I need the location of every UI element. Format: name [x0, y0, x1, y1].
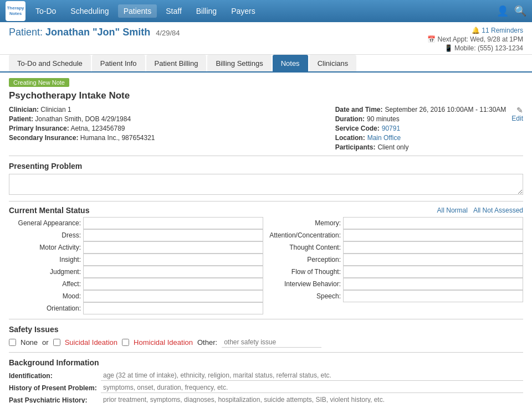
participants-row: Participants: Client only [335, 143, 507, 151]
patient-full-name[interactable]: Jonathan "Jon" Smith [45, 27, 150, 38]
edit-area: ✎ Edit [511, 106, 523, 151]
presenting-problem-input[interactable] [9, 174, 523, 195]
thought-content-input[interactable] [343, 241, 523, 254]
dress-input[interactable] [83, 229, 263, 241]
calendar-icon: 📅 [427, 35, 436, 43]
suicidal-label: Suicidal Ideation [65, 338, 117, 347]
motor-label: Motor Activity: [9, 244, 81, 251]
history-input[interactable] [101, 383, 523, 393]
none-checkbox[interactable] [9, 339, 16, 346]
tab-todo-schedule[interactable]: To-Do and Schedule [9, 55, 91, 71]
orientation-input[interactable] [83, 302, 263, 314]
tab-patient-info[interactable]: Patient Info [92, 55, 145, 71]
tab-billing-settings[interactable]: Billing Settings [207, 55, 271, 71]
attention-input[interactable] [343, 229, 523, 241]
homicidal-checkbox[interactable] [122, 339, 129, 346]
patient-row: Patient: Jonathan Smith, DOB 4/29/1984 [9, 115, 155, 123]
mental-row-motor: Motor Activity: [9, 241, 263, 254]
logo[interactable]: TherapyNotes [6, 1, 25, 21]
top-nav: TherapyNotes To-Do Scheduling Patients S… [0, 0, 532, 22]
appearance-label: General Appearance: [9, 219, 81, 227]
reminders-link[interactable]: 🔔 11 Reminders [472, 27, 523, 34]
mental-right-col: Memory: Attention/Concentration: Thought… [269, 217, 523, 314]
note-meta-row: Clinician: Clinician 1 Patient: Jonathan… [9, 106, 523, 151]
nav-payers[interactable]: Payers [226, 4, 261, 18]
tab-patient-billing[interactable]: Patient Billing [146, 55, 207, 71]
identification-input[interactable] [101, 370, 523, 381]
edit-link[interactable]: Edit [511, 115, 523, 122]
thought-content-label: Thought Content: [269, 244, 341, 251]
mental-status-links: All Normal All Not Assessed [437, 206, 523, 214]
all-not-assessed-link[interactable]: All Not Assessed [473, 206, 523, 214]
other-label: Other: [197, 338, 217, 347]
motor-input[interactable] [83, 241, 263, 254]
note-left-meta: Clinician: Clinician 1 Patient: Jonathan… [9, 106, 155, 142]
mental-status-grid: General Appearance: Dress: Motor Activit… [9, 217, 523, 314]
secondary-ins-row: Secondary Insurance: Humana Inc., 987654… [9, 134, 155, 142]
insight-input[interactable] [83, 254, 263, 266]
divider-3 [9, 319, 523, 319]
memory-input[interactable] [343, 217, 523, 229]
mental-row-speech: Speech: [269, 290, 523, 302]
mental-row-affect: Affect: [9, 278, 263, 290]
clinician-value: Clinician 1 [40, 106, 71, 113]
mental-row-attention: Attention/Concentration: [269, 229, 523, 241]
creating-badge: Creating New Note [9, 78, 69, 87]
psych-history-input[interactable] [101, 395, 523, 403]
interview-input[interactable] [343, 278, 523, 290]
mental-status-title: Current Mental Status [9, 206, 89, 215]
appearance-input[interactable] [83, 217, 263, 229]
all-normal-link[interactable]: All Normal [437, 206, 468, 214]
mobile-info: 📱 Mobile: (555) 123-1234 [444, 44, 523, 52]
nav-staff[interactable]: Staff [160, 4, 187, 18]
patient-name: Patient: Jonathan "Jon" Smith [9, 27, 150, 38]
participants-label: Participants: [335, 143, 376, 151]
note-patient-value: Jonathan Smith, DOB 4/29/1984 [35, 115, 131, 123]
none-label: None [21, 338, 38, 347]
clinician-label: Clinician: [9, 106, 39, 113]
nav-todo[interactable]: To-Do [30, 4, 62, 18]
patient-header: Patient: Jonathan "Jon" Smith 4/29/84 🔔 … [0, 22, 532, 55]
nav-items: To-Do Scheduling Patients Staff Billing … [30, 4, 497, 18]
mental-row-mood: Mood: [9, 290, 263, 302]
background-header: Background Information [9, 358, 523, 367]
tab-clinicians[interactable]: Clinicians [309, 55, 357, 71]
mood-label: Mood: [9, 292, 81, 300]
identification-label: Identification: [9, 372, 98, 380]
safety-header: Safety Issues [9, 325, 523, 334]
flow-input[interactable] [343, 266, 523, 278]
user-icon[interactable]: 👤 [497, 5, 509, 17]
perception-label: Perception: [269, 256, 341, 264]
mood-input[interactable] [83, 290, 263, 302]
mental-row-perception: Perception: [269, 254, 523, 266]
nav-patients[interactable]: Patients [118, 4, 157, 18]
nav-right: 👤 🔍 [497, 5, 526, 17]
patient-dob: 4/29/84 [156, 29, 180, 37]
divider-2 [9, 201, 523, 202]
divider-4 [9, 352, 523, 353]
insight-label: Insight: [9, 256, 81, 264]
safety-row: None or Suicidal Ideation Homicidal Idea… [9, 337, 523, 348]
nav-billing[interactable]: Billing [191, 4, 222, 18]
tab-notes[interactable]: Notes [273, 55, 308, 71]
suicidal-checkbox[interactable] [53, 339, 60, 346]
mental-status-header: Current Mental Status All Normal All Not… [9, 206, 523, 215]
presenting-problem-header: Presenting Problem [9, 162, 523, 170]
mobile-number: Mobile: (555) 123-1234 [454, 44, 523, 52]
affect-input[interactable] [83, 278, 263, 290]
history-label: History of Present Problem: [9, 384, 98, 392]
speech-input[interactable] [343, 290, 523, 302]
patient-label: Patient: [9, 27, 43, 38]
secondary-ins-label: Secondary Insurance: [9, 134, 78, 142]
perception-input[interactable] [343, 254, 523, 266]
divider-1 [9, 156, 523, 156]
primary-ins-row: Primary Insurance: Aetna, 123456789 [9, 125, 155, 132]
edit-pencil-icon[interactable]: ✎ [516, 106, 523, 115]
mental-row-dress: Dress: [9, 229, 263, 241]
location-label: Location: [335, 134, 365, 142]
safety-other-input[interactable] [222, 337, 321, 348]
nav-scheduling[interactable]: Scheduling [65, 4, 114, 18]
judgment-input[interactable] [83, 266, 263, 278]
mental-row-appearance: General Appearance: [9, 217, 263, 229]
search-icon[interactable]: 🔍 [514, 5, 526, 17]
